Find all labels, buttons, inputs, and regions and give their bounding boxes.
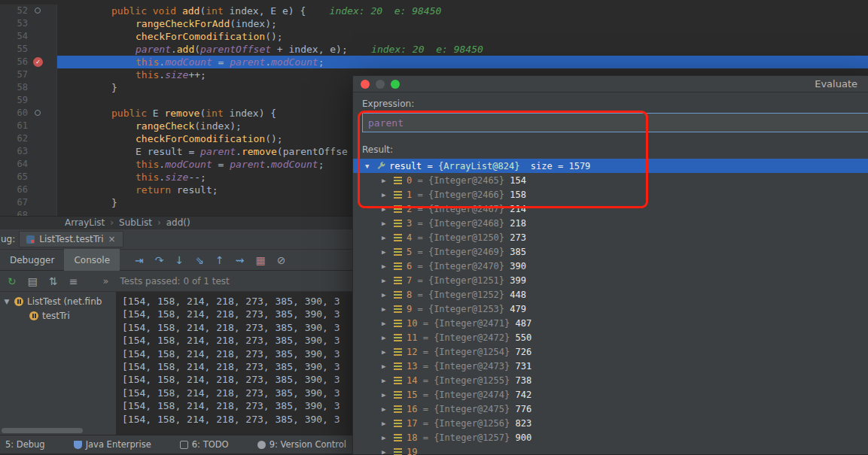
result-root-row[interactable]: ▼result = {ArrayList@824} size = 1579 — [353, 159, 868, 173]
result-item-row[interactable]: ▶16 = {Integer@2475} 776 — [362, 402, 868, 416]
expand-arrow-icon[interactable]: ▶ — [382, 405, 391, 413]
item-index: 10 — [407, 318, 417, 329]
result-item-row[interactable]: ▶7 = {Integer@1251} 399 — [362, 273, 868, 287]
dialog-titlebar[interactable]: Evaluate — [353, 76, 868, 93]
tab-console[interactable]: Console — [64, 249, 120, 271]
result-item-row[interactable]: ▶9 = {Integer@1253} 479 — [362, 302, 868, 316]
sort-tests-icon[interactable]: ⇅ — [49, 276, 58, 287]
breakpoint-icon[interactable]: ✓ — [33, 57, 43, 67]
view-breakpoints-icon[interactable]: ▦ — [255, 255, 265, 265]
show-execution-point-icon[interactable]: ⇥ — [135, 255, 144, 265]
result-item-row[interactable]: ▶12 = {Integer@1254} 726 — [362, 344, 868, 359]
expand-arrow-icon[interactable]: ▶ — [382, 420, 391, 427]
result-item-row[interactable]: ▶15 = {Integer@2474} 742 — [362, 387, 868, 402]
test-tree-panel[interactable]: ▼ListTest (net.finbtestTri — [0, 292, 117, 435]
editor-gutter: 55 — [0, 43, 57, 56]
expand-arrow-icon[interactable]: ▶ — [382, 262, 391, 270]
zoom-button[interactable] — [391, 80, 400, 89]
tab-debugger[interactable]: Debugger — [0, 249, 64, 271]
expand-arrow-icon[interactable]: ▶ — [382, 320, 391, 327]
result-item-row[interactable]: ▶8 = {Integer@1252} 448 — [362, 287, 868, 302]
run-to-cursor-icon[interactable]: ⇝ — [236, 255, 245, 265]
expand-arrow-icon[interactable]: ▼ — [3, 298, 11, 305]
breadcrumb-item[interactable]: add() — [166, 217, 190, 228]
statusbar-version-control[interactable]: 9: Version Control — [257, 439, 346, 450]
code-line[interactable]: 53rangeCheckForAdd(index); — [0, 17, 868, 30]
result-item-row[interactable]: ▶0 = {Integer@2465} 154 — [362, 173, 868, 187]
expand-collapse-icon[interactable]: ≡ — [69, 276, 78, 287]
expand-arrow-icon[interactable]: ▶ — [382, 434, 391, 441]
breadcrumb-item[interactable]: SubList — [119, 217, 152, 228]
junit-config-icon — [26, 235, 35, 244]
statusbar-todo-toolwindow[interactable]: 6: TODO — [180, 439, 229, 450]
result-item-row[interactable]: ▶2 = {Integer@2467} 214 — [362, 202, 868, 216]
expand-arrow-icon[interactable]: ▶ — [382, 220, 391, 227]
result-item-row[interactable]: ▶10 = {Integer@2471} 487 — [362, 316, 868, 330]
result-item-row[interactable]: ▶14 = {Integer@1255} 738 — [362, 373, 868, 387]
result-item-row[interactable]: ▶6 = {Integer@2470} 390 — [362, 259, 868, 273]
expand-arrow-icon[interactable]: ▶ — [382, 377, 391, 384]
result-item-row[interactable]: ▶18 = {Integer@1257} 900 — [362, 430, 868, 444]
close-button[interactable] — [361, 80, 370, 89]
line-number: 64 — [0, 158, 32, 171]
expand-arrow-icon[interactable]: ▶ — [382, 391, 391, 399]
statusbar-java-enterprise[interactable]: Java Enterprise — [74, 439, 151, 450]
horizontal-scrollbar-thumb[interactable] — [2, 428, 83, 433]
result-item-row[interactable]: ▶17 = {Integer@1256} 823 — [362, 416, 868, 430]
result-item-row[interactable]: ▶1 = {Integer@2466} 158 — [362, 187, 868, 202]
item-reference: = {Integer@1252} — [412, 290, 504, 300]
result-item-row[interactable]: ▶19 — [362, 444, 868, 455]
mute-breakpoints-icon[interactable]: ⊘ — [277, 255, 286, 265]
test-tree-item[interactable]: testTri — [0, 308, 116, 323]
expand-arrow-icon[interactable]: ▶ — [382, 277, 391, 284]
expand-arrow-icon[interactable]: ▶ — [382, 191, 391, 199]
code-line[interactable]: 55parent.add(parentOffset + index, e); i… — [0, 43, 868, 56]
minimize-button[interactable] — [376, 80, 385, 89]
item-reference: = {Integer@2465} — [412, 175, 504, 186]
code-line[interactable]: 56✓this.modCount = parent.modCount; — [0, 56, 868, 68]
rerun-tests-icon[interactable]: ↻ — [8, 276, 17, 287]
expression-input[interactable]: parent — [362, 113, 868, 132]
test-history-icon[interactable]: ▤ — [28, 276, 38, 287]
line-number: 66 — [0, 184, 32, 196]
item-index: 8 — [407, 290, 412, 300]
result-item-row[interactable]: ▶3 = {Integer@2468} 218 — [362, 216, 868, 230]
step-over-icon[interactable]: ↷ — [155, 255, 164, 265]
expand-arrow-icon[interactable]: ▶ — [382, 348, 391, 356]
code-line[interactable]: 54checkForComodification(); — [0, 30, 868, 43]
result-tree: ▼result = {ArrayList@824} size = 1579▶0 … — [362, 159, 868, 455]
toolbar-overflow-icon[interactable]: » — [102, 275, 108, 287]
result-item-row[interactable]: ▶5 = {Integer@2469} 385 — [362, 244, 868, 259]
item-value: 738 — [510, 375, 531, 386]
expand-arrow-icon[interactable]: ▶ — [382, 305, 391, 313]
item-index: 16 — [407, 404, 417, 414]
test-tree-label: testTri — [42, 311, 70, 321]
item-index: 2 — [407, 204, 412, 214]
result-item-row[interactable]: ▶11 = {Integer@2472} 550 — [362, 330, 868, 344]
result-item-row[interactable]: ▶13 = {Integer@2473} 731 — [362, 359, 868, 373]
expand-arrow-icon[interactable]: ▶ — [382, 334, 391, 341]
expand-arrow-icon[interactable]: ▶ — [382, 205, 391, 213]
breadcrumb-item[interactable]: ArrayList — [65, 217, 105, 228]
item-reference: = {Integer@1255} — [417, 375, 510, 386]
gutter-method-icon — [35, 110, 41, 116]
result-item-row[interactable]: ▶4 = {Integer@1250} 273 — [362, 230, 868, 244]
expand-arrow-icon[interactable]: ▶ — [382, 248, 391, 256]
expand-arrow-icon[interactable]: ▶ — [382, 177, 391, 184]
line-number: 59 — [0, 94, 32, 107]
code-line[interactable]: 52public void add(int index, E e) { inde… — [0, 5, 868, 17]
step-into-icon[interactable]: ↓ — [175, 255, 184, 265]
run-configuration-tab[interactable]: ListTest.testTri × — [19, 231, 123, 247]
expand-arrow-icon[interactable]: ▶ — [382, 234, 391, 241]
expand-arrow-icon[interactable]: ▶ — [382, 291, 391, 299]
step-out-icon[interactable]: ↑ — [215, 255, 224, 265]
statusbar-debug-toolwindow[interactable]: 5: Debug — [5, 439, 45, 450]
item-value: 776 — [510, 404, 531, 414]
expand-arrow-icon[interactable]: ▶ — [382, 362, 391, 370]
force-step-into-icon[interactable]: ⇘ — [195, 255, 204, 265]
expand-arrow-icon[interactable]: ▶ — [382, 448, 391, 455]
expand-arrow-icon[interactable]: ▼ — [365, 162, 375, 170]
test-tree-item[interactable]: ▼ListTest (net.finb — [0, 294, 116, 308]
close-tab-icon[interactable]: × — [108, 234, 116, 244]
array-element-icon — [394, 448, 402, 455]
